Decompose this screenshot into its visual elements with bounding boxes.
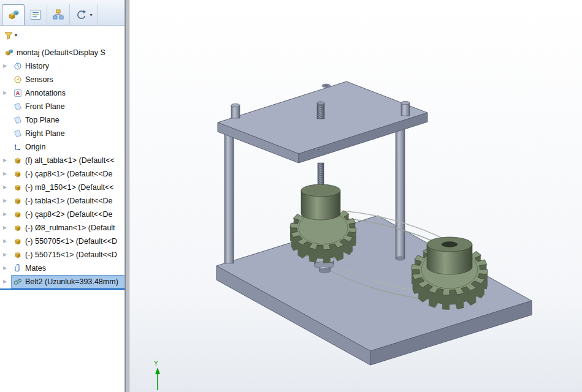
expand-arrow-icon[interactable]: ▶ [3, 262, 12, 275]
tree-item-label: Belt2 (Uzunluk=393.48mm) [25, 277, 118, 286]
tree-item-label: (-) 550715<1> (Default<<D [25, 251, 117, 259]
expand-arrow-icon[interactable]: ▶ [3, 248, 12, 262]
part-icon [12, 197, 23, 206]
expand-arrow-icon[interactable]: ▶ [3, 208, 12, 221]
tab-displaymanager[interactable]: ▾ [70, 4, 98, 25]
tree-item-content[interactable]: Mates [12, 262, 124, 274]
tree-item-history[interactable]: ▶History [0, 59, 124, 73]
tree-item-cap8-1[interactable]: ▶(-) çap8<1> (Default<<De [0, 167, 124, 181]
tree-item-sensors[interactable]: Sensors [0, 73, 124, 86]
featuremanager-panel: ▾ ▾ montaj (Default<Display S▶HistorySen… [0, 0, 125, 392]
origin-icon [12, 143, 23, 152]
tree-item-label: (-) tabla<1> (Default<<De [25, 197, 112, 205]
plane-icon [12, 116, 23, 125]
support-rod-left[interactable] [224, 128, 234, 263]
graphics-viewport[interactable]: Y [129, 0, 582, 392]
part-icon [12, 170, 23, 179]
tree-item-tabla-1[interactable]: ▶(-) tabla<1> (Default<<De [0, 194, 124, 208]
expand-arrow-icon[interactable]: ▶ [3, 86, 12, 100]
tree-item-content[interactable]: (-) 550705<1> (Default<<D [12, 235, 124, 247]
expand-arrow-icon[interactable]: ▶ [3, 194, 12, 208]
filter-dropdown-chevron-icon[interactable]: ▾ [15, 32, 17, 38]
tree-item-content[interactable]: (-) 550715<1> (Default<<D [12, 249, 124, 261]
tree-item-content[interactable]: (-) tabla<1> (Default<<De [12, 195, 124, 207]
tree-item-label: montaj (Default<Display S [17, 48, 105, 57]
expand-arrow-icon[interactable]: ▶ [3, 167, 12, 181]
tree-item-content[interactable]: Origin [12, 141, 124, 153]
part-icon [12, 251, 23, 260]
belt-icon [12, 277, 23, 287]
tree-item-o8-rulman-1[interactable]: ▶(-) Ø8_rulman<1> (Default [0, 221, 124, 235]
tree-item-top-plane[interactable]: Top Plane [0, 113, 124, 127]
tree-item-belt2[interactable]: ▶Belt2 (Uzunluk=393.48mm) [0, 275, 124, 288]
tree-item-label: (-) çap8<2> (Default<<De [25, 210, 112, 219]
history-icon [12, 62, 23, 71]
annotations-icon: A [12, 89, 23, 98]
expand-arrow-icon[interactable]: ▶ [3, 235, 12, 248]
tree-item-label: Top Plane [25, 116, 59, 124]
support-rod-right[interactable] [396, 122, 405, 260]
feature-tree: montaj (Default<Display S▶HistorySensors… [0, 45, 124, 288]
panel-splitter[interactable] [125, 0, 129, 392]
app-window: ▾ ▾ montaj (Default<Display S▶HistorySen… [0, 0, 582, 392]
tree-item-content[interactable]: AAnnotations [12, 87, 124, 99]
expand-arrow-icon[interactable]: ▶ [3, 221, 12, 235]
part-icon [12, 237, 23, 246]
axis-y-label: Y [154, 360, 158, 367]
tree-item-content[interactable]: History [12, 60, 124, 72]
expand-arrow-icon[interactable]: ▶ [3, 59, 12, 73]
screw-head-front[interactable] [315, 148, 323, 151]
tree-item-content[interactable]: Front Plane [12, 100, 124, 113]
tab-flyout-chevron-icon[interactable]: ▾ [90, 12, 92, 18]
tree-item-label: (-) Ø8_rulman<1> (Default [25, 224, 115, 232]
tree-item-550715-1[interactable]: ▶(-) 550715<1> (Default<<D [0, 248, 124, 262]
tab-featuremanager-tree[interactable] [2, 4, 25, 25]
3d-scene[interactable]: Y [129, 0, 582, 392]
tree-item-label: Origin [25, 143, 45, 151]
tree-item-label: (-) 550705<1> (Default<<D [25, 237, 117, 246]
filter-funnel-icon [4, 31, 13, 40]
tree-item-label: Mates [25, 264, 46, 273]
part-icon [12, 183, 23, 192]
tree-item-content[interactable]: (-) m8_150<1> (Default<< [12, 181, 124, 194]
panel-tab-bar: ▾ [0, 0, 124, 26]
featuremanager-tree-icon [7, 9, 20, 21]
tab-configurationmanager[interactable] [47, 4, 70, 25]
configurationmanager-icon [52, 9, 64, 21]
tree-item-content[interactable]: (-) çap8<1> (Default<<De [12, 168, 124, 180]
tree-item-content[interactable]: (f) alt_tabla<1> (Default<< [12, 154, 124, 167]
tree-item-right-plane[interactable]: Right Plane [0, 127, 124, 140]
tree-item-annotations[interactable]: ▶AAnnotations [0, 86, 124, 100]
tree-item-content[interactable]: (-) Ø8_rulman<1> (Default [12, 222, 124, 234]
tree-item-content[interactable]: montaj (Default<Display S [3, 47, 124, 59]
tree-item-cap8-2[interactable]: ▶(-) çap8<2> (Default<<De [0, 208, 124, 221]
tree-item-label: (f) alt_tabla<1> (Default<< [25, 156, 115, 165]
tree-item-label: Sensors [25, 75, 53, 84]
tree-item-550705-1[interactable]: ▶(-) 550705<1> (Default<<D [0, 235, 124, 248]
tree-item-front-plane[interactable]: Front Plane [0, 100, 124, 113]
expand-arrow-icon[interactable]: ▶ [3, 181, 12, 194]
expand-arrow-icon[interactable]: ▶ [3, 154, 12, 167]
tree-item-content[interactable]: Top Plane [12, 114, 124, 126]
tab-propertymanager[interactable] [25, 4, 47, 25]
propertymanager-icon [29, 9, 42, 21]
tree-item-label: Right Plane [25, 129, 65, 138]
display-rollback-icon [75, 9, 88, 21]
tree-item-montaj[interactable]: montaj (Default<Display S [0, 46, 124, 59]
pin-right[interactable] [401, 101, 410, 116]
tree-item-content[interactable]: Belt2 (Uzunluk=393.48mm) [12, 276, 124, 288]
pin-left[interactable] [231, 104, 240, 118]
assembly-icon [4, 48, 14, 58]
tree-item-alt-tabla-1[interactable]: ▶(f) alt_tabla<1> (Default<< [0, 154, 124, 167]
screw-head-rear[interactable] [322, 84, 331, 88]
tree-item-content[interactable]: Sensors [12, 74, 124, 86]
tree-item-mates[interactable]: ▶Mates [0, 262, 124, 275]
tree-item-content[interactable]: Right Plane [12, 127, 124, 140]
tree-item-m8-150-1[interactable]: ▶(-) m8_150<1> (Default<< [0, 181, 124, 194]
expand-arrow-icon[interactable]: ▶ [3, 275, 12, 288]
tree-item-origin[interactable]: Origin [0, 140, 124, 154]
filter-button[interactable]: ▾ [4, 31, 17, 40]
tree-item-content[interactable]: (-) çap8<2> (Default<<De [12, 208, 124, 221]
threaded-stud-top[interactable] [317, 102, 324, 119]
selection-underline [0, 288, 125, 290]
